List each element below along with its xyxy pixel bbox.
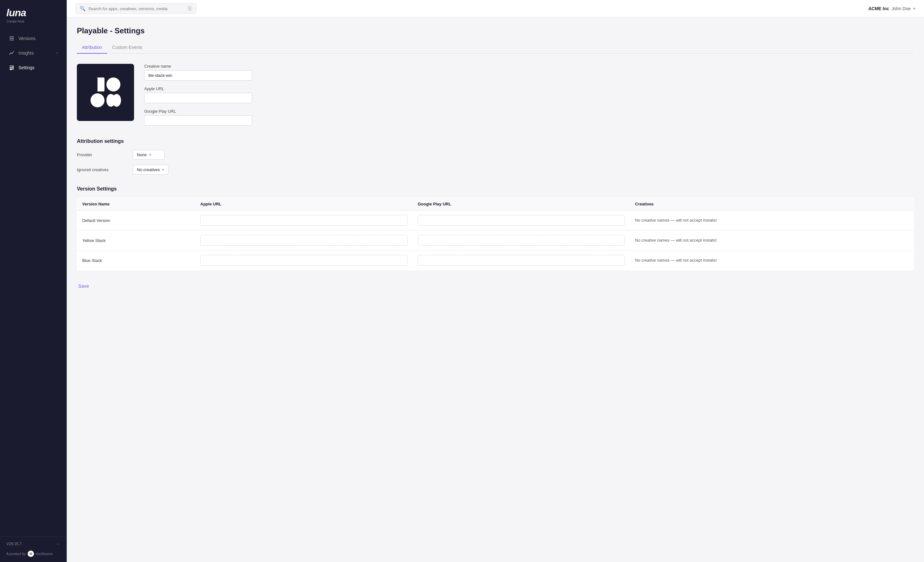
version-name-cell: Yellow Stack bbox=[77, 231, 195, 250]
provider-dropdown[interactable]: None ▾ bbox=[133, 150, 165, 160]
footer-label: A product by bbox=[6, 552, 26, 556]
svg-rect-3 bbox=[9, 66, 14, 66]
google-play-url-input[interactable] bbox=[144, 115, 252, 126]
sidebar-item-label: Settings bbox=[18, 65, 34, 70]
tab-attribution[interactable]: Attribution bbox=[77, 42, 107, 54]
version-settings-section: Version Settings Version Name Apple URL … bbox=[77, 186, 914, 271]
main-content: 🔍 / ACME Inc John Doe ▾ Playable - Setti… bbox=[67, 0, 924, 562]
tab-custom-events[interactable]: Custom Events bbox=[107, 42, 147, 54]
table-row: Default Version No creative names — will… bbox=[77, 210, 914, 231]
logo-subtitle: Create Hub bbox=[6, 19, 60, 23]
provider-label: Provider bbox=[77, 153, 128, 157]
search-bar[interactable]: 🔍 / bbox=[76, 3, 196, 14]
apple-url-field: Apple URL bbox=[144, 86, 252, 103]
google-play-url-field: Google Play URL bbox=[144, 109, 252, 126]
sidebar-item-label: Insights bbox=[18, 51, 34, 55]
col-google-play-url: Google Play URL bbox=[412, 198, 630, 210]
logo: luna bbox=[6, 7, 60, 19]
version-name-cell: Blue Stack bbox=[77, 250, 195, 271]
apple-url-label: Apple URL bbox=[144, 86, 252, 91]
version-google-play-url-input[interactable] bbox=[418, 255, 625, 266]
save-button[interactable]: Save bbox=[77, 281, 90, 291]
table-row: Blue Stack No creative names — will not … bbox=[77, 250, 914, 271]
version-google-play-url-input[interactable] bbox=[418, 215, 625, 226]
search-input[interactable] bbox=[88, 6, 185, 11]
creatives-cell: No creative names — will not accept inst… bbox=[630, 250, 914, 271]
creative-thumbnail bbox=[77, 64, 134, 121]
sidebar: luna Create Hub Versions Insights › bbox=[0, 0, 67, 562]
version-settings-title: Version Settings bbox=[77, 186, 914, 192]
google-play-url-label: Google Play URL bbox=[144, 109, 252, 114]
version-name-cell: Default Version bbox=[77, 210, 195, 231]
user-name: John Doe bbox=[892, 6, 910, 11]
logo-area: luna Create Hub bbox=[0, 0, 67, 28]
apple-url-cell bbox=[195, 231, 412, 250]
version-apple-url-input[interactable] bbox=[200, 215, 408, 226]
no-creative-text: No creative names — will not accept inst… bbox=[635, 258, 717, 262]
header: 🔍 / ACME Inc John Doe ▾ bbox=[67, 0, 924, 18]
list-icon bbox=[9, 36, 15, 41]
apple-url-input[interactable] bbox=[144, 93, 252, 103]
user-area[interactable]: ACME Inc John Doe ▾ bbox=[868, 6, 915, 11]
no-creative-text: No creative names — will not accept inst… bbox=[635, 218, 717, 223]
col-apple-url: Apple URL bbox=[195, 198, 412, 210]
attribution-settings-section: Attribution settings Provider None ▾ Ign… bbox=[77, 138, 914, 175]
version-google-play-url-input[interactable] bbox=[418, 235, 625, 246]
sidebar-item-settings[interactable]: Settings bbox=[3, 61, 64, 75]
google-play-url-cell bbox=[412, 250, 630, 271]
ignored-creatives-value: No creatives bbox=[137, 167, 160, 172]
chevron-down-icon: ▾ bbox=[162, 168, 164, 172]
sidebar-item-label: Versions bbox=[18, 36, 36, 41]
apple-url-cell bbox=[195, 210, 412, 231]
sidebar-nav: Versions Insights › Settings bbox=[0, 28, 67, 536]
no-creative-text: No creative names — will not accept inst… bbox=[635, 238, 717, 243]
creative-section: Creative name Apple URL Google Play URL bbox=[77, 64, 914, 126]
user-company: ACME Inc bbox=[868, 6, 889, 11]
version-apple-url-input[interactable] bbox=[200, 255, 408, 266]
svg-rect-0 bbox=[9, 36, 14, 37]
svg-rect-2 bbox=[9, 40, 14, 40]
ignored-creatives-dropdown[interactable]: No creatives ▾ bbox=[133, 165, 168, 175]
provider-row: Provider None ▾ bbox=[77, 150, 914, 160]
creative-name-field: Creative name bbox=[144, 64, 252, 81]
creatives-cell: No creative names — will not accept inst… bbox=[630, 210, 914, 231]
creative-name-input[interactable] bbox=[144, 70, 252, 81]
ironsource-name: ironSource bbox=[36, 552, 53, 556]
page-content: Playable - Settings Attribution Custom E… bbox=[67, 18, 924, 304]
svg-point-6 bbox=[12, 67, 14, 68]
creative-name-label: Creative name bbox=[144, 64, 252, 69]
chevron-right-icon: › bbox=[57, 51, 58, 55]
ironsource-badge: A product by iS ironSource bbox=[6, 551, 60, 557]
svg-rect-4 bbox=[9, 67, 12, 68]
version-table: Version Name Apple URL Google Play URL C… bbox=[77, 198, 914, 271]
ignored-creatives-label: Ignored creatives bbox=[77, 167, 128, 172]
sidebar-footer: V29.35.7 ← A product by iS ironSource bbox=[0, 536, 67, 562]
col-version-name: Version Name bbox=[77, 198, 195, 210]
svg-rect-11 bbox=[90, 93, 105, 107]
sidebar-item-versions[interactable]: Versions bbox=[3, 31, 64, 45]
user-chevron-icon: ▾ bbox=[913, 6, 915, 11]
google-play-url-cell bbox=[412, 210, 630, 231]
google-play-url-cell bbox=[412, 231, 630, 250]
attribution-settings-title: Attribution settings bbox=[77, 138, 914, 144]
tab-bar: Attribution Custom Events bbox=[77, 42, 914, 54]
col-creatives: Creatives bbox=[630, 198, 914, 210]
creative-fields: Creative name Apple URL Google Play URL bbox=[144, 64, 252, 126]
svg-point-13 bbox=[112, 94, 121, 107]
svg-rect-9 bbox=[90, 78, 98, 91]
table-row: Yellow Stack No creative names — will no… bbox=[77, 231, 914, 250]
search-shortcut: / bbox=[188, 6, 192, 11]
version-apple-url-input[interactable] bbox=[200, 235, 408, 246]
table-header-row: Version Name Apple URL Google Play URL C… bbox=[77, 198, 914, 210]
trending-icon bbox=[9, 50, 15, 56]
apple-url-cell bbox=[195, 250, 412, 271]
svg-rect-1 bbox=[9, 38, 14, 39]
ironsource-logo: iS bbox=[28, 551, 34, 557]
settings-icon bbox=[9, 65, 15, 70]
chevron-down-icon: ▾ bbox=[149, 153, 151, 157]
sidebar-item-insights[interactable]: Insights › bbox=[3, 46, 64, 60]
creatives-cell: No creative names — will not accept inst… bbox=[630, 231, 914, 250]
ignored-creatives-row: Ignored creatives No creatives ▾ bbox=[77, 165, 914, 175]
back-arrow-icon[interactable]: ← bbox=[57, 542, 60, 546]
search-icon: 🔍 bbox=[80, 6, 86, 11]
